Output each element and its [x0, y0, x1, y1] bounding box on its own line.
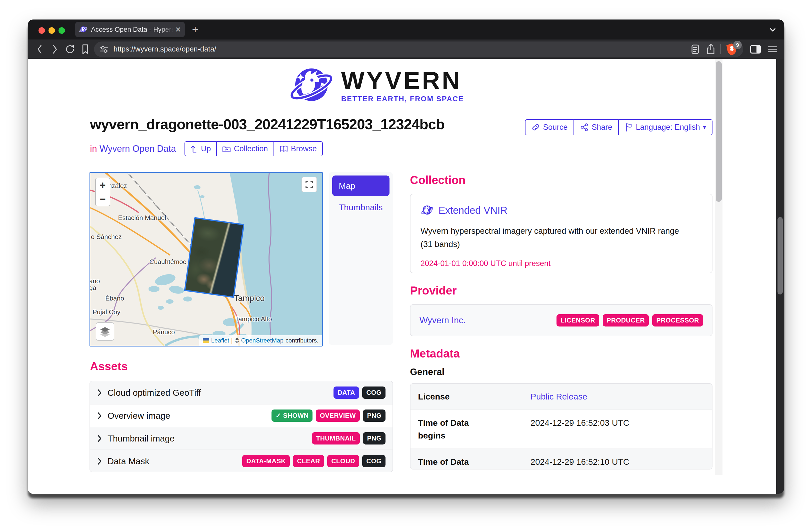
- map-zoom-control: + −: [95, 178, 110, 206]
- window-scrollbar[interactable]: [776, 59, 784, 494]
- map-place-label: Estación Manuel: [118, 214, 166, 221]
- macos-zoom-button[interactable]: [58, 27, 65, 34]
- zoom-out-button[interactable]: −: [96, 192, 110, 206]
- chevron-right-icon: [97, 457, 102, 465]
- copyright-glyph: ©: [235, 337, 239, 344]
- fullscreen-icon: [305, 180, 314, 189]
- provider-link[interactable]: Wyvern Inc.: [420, 315, 556, 325]
- map-place-label: Tampico Alto: [235, 315, 272, 323]
- window-scrollbar-thumb[interactable]: [778, 217, 783, 295]
- collection-label: Collection: [234, 144, 268, 153]
- map-view-tabs: Map Thumbnails: [329, 172, 393, 345]
- tab-search-chevron-icon[interactable]: [768, 26, 777, 34]
- collection-temporal-extent: 2024-01-01 0:00:00 UTC until present: [420, 259, 702, 268]
- collection-card[interactable]: Extended VNIR Wyvern hyperspectral image…: [410, 194, 712, 273]
- asset-badge: CLOUD: [327, 455, 359, 467]
- asset-badges: THUMBNAILPNG: [312, 432, 386, 445]
- sidebar-toggle-icon[interactable]: [750, 44, 761, 55]
- map-place-label: Pujal Coy: [92, 308, 120, 316]
- tab-map[interactable]: Map: [332, 175, 390, 196]
- map-place-label: ano: [89, 277, 100, 285]
- macos-minimize-button[interactable]: [48, 27, 55, 34]
- metadata-row: Time of Data ends2024-12-29 16:52:10 UTC: [410, 448, 712, 470]
- arrow-up-icon: [190, 145, 198, 153]
- forward-button[interactable]: [50, 44, 59, 55]
- up-button[interactable]: Up: [185, 142, 217, 156]
- leaflet-link[interactable]: Leaflet: [211, 337, 229, 344]
- fullscreen-button[interactable]: [302, 177, 317, 192]
- osm-link[interactable]: OpenStreetMap: [241, 337, 284, 344]
- asset-badge: CLEAR: [293, 455, 324, 467]
- map-place-label: ga: [89, 284, 96, 292]
- tab-thumbnails[interactable]: Thumbnails: [332, 196, 390, 212]
- breadcrumb-prefix: in: [90, 144, 97, 154]
- provider-roles: LICENSORPRODUCERPROCESSOR: [556, 314, 703, 327]
- map-place-label: Cuauhtémoc: [149, 258, 186, 266]
- metadata-value-link[interactable]: Public Release: [531, 390, 587, 403]
- collection-description: Wyvern hyperspectral imagery captured wi…: [420, 224, 685, 251]
- tab-close-icon[interactable]: ✕: [175, 26, 181, 34]
- collection-link[interactable]: Extended VNIR: [438, 205, 508, 216]
- menu-icon[interactable]: [767, 44, 778, 54]
- source-button[interactable]: Source: [525, 120, 574, 135]
- asset-badge: THUMBNAIL: [312, 432, 360, 445]
- asset-badge: COG: [362, 387, 386, 399]
- asset-row[interactable]: Thumbnail imageTHUMBNAILPNG: [90, 427, 392, 449]
- metadata-value: 2024-12-29 16:52:10 UTC: [531, 456, 629, 470]
- share-icon[interactable]: [706, 43, 716, 55]
- metadata-table: LicensePublic ReleaseTime of Data begins…: [410, 383, 712, 470]
- back-button[interactable]: [35, 44, 44, 55]
- folder-icon: [222, 145, 231, 153]
- zoom-in-button[interactable]: +: [96, 178, 110, 192]
- leaflet-map[interactable]: GonzálezEstación Manuelo SánchezCuauhtém…: [89, 172, 323, 346]
- url-text[interactable]: https://wyvern.space/open-data/: [114, 45, 690, 53]
- reading-list-icon[interactable]: [690, 44, 700, 55]
- map-place-label: Ébano: [105, 294, 124, 302]
- breadcrumb: inWyvern Open Data: [90, 144, 176, 154]
- chevron-right-icon: [97, 434, 102, 443]
- ukraine-flag-icon: [203, 338, 209, 343]
- open-book-icon: [279, 145, 288, 153]
- page-scrollbar-thumb[interactable]: [716, 61, 722, 202]
- browser-tab[interactable]: Access Open Data - Hypersp ✕: [75, 22, 185, 37]
- language-label: Language: English: [636, 123, 700, 132]
- asset-row[interactable]: Cloud optimized GeoTiffDATACOG: [90, 381, 392, 404]
- new-tab-button[interactable]: +: [192, 23, 199, 36]
- asset-label: Overview image: [107, 411, 272, 421]
- asset-row[interactable]: Data MaskDATA-MASKCLEARCLOUDCOG: [90, 449, 392, 472]
- reload-button[interactable]: [64, 44, 75, 55]
- collection-logo-icon: [420, 204, 434, 217]
- macos-close-button[interactable]: [39, 27, 45, 34]
- layers-control[interactable]: [96, 322, 114, 341]
- layers-icon: [99, 326, 111, 337]
- item-footprint-overlay[interactable]: [184, 217, 245, 298]
- asset-badge: ✓ SHOWN: [272, 410, 313, 422]
- map-place-label: Pánuco: [153, 328, 175, 336]
- brave-shield-icon[interactable]: 9: [725, 43, 738, 56]
- page-scrollbar[interactable]: [715, 59, 723, 475]
- metadata-label: Time of Data ends: [418, 456, 491, 470]
- map-place-label: o Sánchez: [91, 233, 122, 241]
- metadata-label: Time of Data begins: [418, 416, 491, 442]
- logo-tagline: BETTER EARTH, FROM SPACE: [341, 95, 464, 103]
- metadata-value: 2024-12-29 16:52:03 UTC: [531, 416, 629, 442]
- asset-badge: DATA: [334, 387, 359, 399]
- asset-badge: OVERVIEW: [316, 410, 360, 422]
- item-actions: Source Share Language: English ▾: [525, 119, 712, 135]
- asset-badges: DATACOG: [334, 387, 386, 399]
- language-button[interactable]: Language: English ▾: [618, 120, 712, 135]
- breadcrumb-link[interactable]: Wyvern Open Data: [100, 144, 176, 154]
- bookmark-icon[interactable]: [81, 43, 90, 55]
- metadata-group-title: General: [410, 367, 445, 377]
- tab-favicon-wyvern-icon: [79, 25, 87, 34]
- asset-badge: PNG: [363, 432, 386, 445]
- share-button[interactable]: Share: [574, 120, 618, 135]
- site-settings-icon[interactable]: [99, 44, 109, 54]
- asset-row[interactable]: Overview image✓ SHOWNOVERVIEWPNG: [90, 404, 392, 427]
- browse-button[interactable]: Browse: [274, 142, 322, 156]
- divider: [720, 44, 721, 54]
- browser-navbar: https://wyvern.space/open-data/ 9: [28, 40, 784, 59]
- url-bar[interactable]: https://wyvern.space/open-data/ 9: [94, 42, 743, 57]
- collection-button[interactable]: Collection: [216, 142, 273, 156]
- share-nodes-icon: [580, 123, 589, 131]
